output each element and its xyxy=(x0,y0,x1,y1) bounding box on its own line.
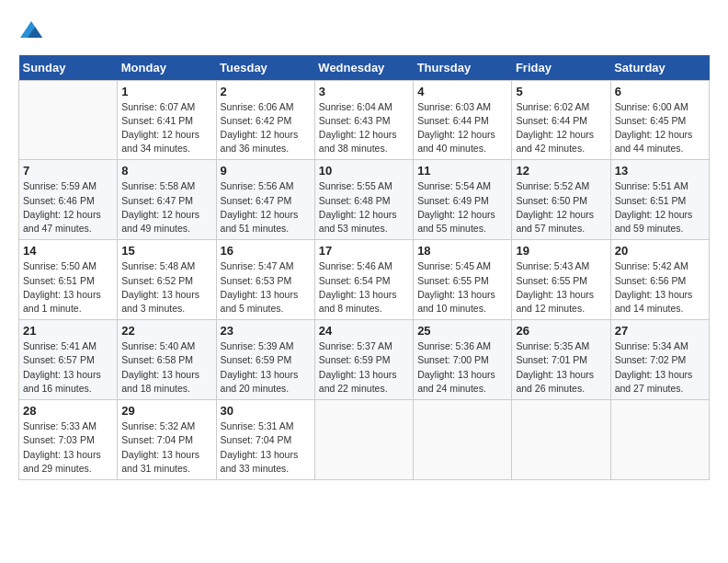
day-detail: Sunrise: 5:52 AM Sunset: 6:50 PM Dayligh… xyxy=(516,179,606,236)
calendar-cell: 2Sunrise: 6:06 AM Sunset: 6:42 PM Daylig… xyxy=(216,80,314,160)
calendar-cell: 10Sunrise: 5:55 AM Sunset: 6:48 PM Dayli… xyxy=(314,160,413,240)
day-number: 19 xyxy=(516,244,606,258)
day-number: 5 xyxy=(516,85,606,98)
logo-icon xyxy=(20,18,42,40)
day-number: 15 xyxy=(121,244,211,258)
calendar-cell: 23Sunrise: 5:39 AM Sunset: 6:59 PM Dayli… xyxy=(216,320,314,400)
day-number: 14 xyxy=(23,244,113,258)
day-detail: Sunrise: 5:43 AM Sunset: 6:55 PM Dayligh… xyxy=(516,259,606,316)
day-detail: Sunrise: 5:45 AM Sunset: 6:55 PM Dayligh… xyxy=(417,259,507,316)
day-detail: Sunrise: 5:34 AM Sunset: 7:02 PM Dayligh… xyxy=(615,339,705,396)
calendar-cell xyxy=(512,400,610,480)
calendar-cell: 17Sunrise: 5:46 AM Sunset: 6:54 PM Dayli… xyxy=(314,240,413,320)
logo xyxy=(18,18,42,46)
calendar-cell: 6Sunrise: 6:00 AM Sunset: 6:45 PM Daylig… xyxy=(610,80,709,160)
col-header-wednesday: Wednesday xyxy=(314,55,413,81)
col-header-tuesday: Tuesday xyxy=(216,55,314,81)
calendar-cell: 3Sunrise: 6:04 AM Sunset: 6:43 PM Daylig… xyxy=(314,80,413,160)
calendar-cell: 29Sunrise: 5:32 AM Sunset: 7:04 PM Dayli… xyxy=(118,400,216,480)
col-header-saturday: Saturday xyxy=(610,55,709,81)
day-detail: Sunrise: 6:06 AM Sunset: 6:42 PM Dayligh… xyxy=(221,100,311,156)
calendar-cell: 12Sunrise: 5:52 AM Sunset: 6:50 PM Dayli… xyxy=(512,160,610,240)
day-detail: Sunrise: 5:54 AM Sunset: 6:49 PM Dayligh… xyxy=(417,179,507,236)
day-number: 12 xyxy=(516,164,606,178)
day-number: 4 xyxy=(417,85,507,98)
calendar-cell: 27Sunrise: 5:34 AM Sunset: 7:02 PM Dayli… xyxy=(610,320,709,400)
day-detail: Sunrise: 6:07 AM Sunset: 6:41 PM Dayligh… xyxy=(121,100,211,156)
day-number: 26 xyxy=(516,324,606,338)
day-number: 8 xyxy=(121,164,211,178)
day-number: 18 xyxy=(417,244,507,258)
week-row-2: 7Sunrise: 5:59 AM Sunset: 6:46 PM Daylig… xyxy=(19,160,710,240)
calendar-cell: 9Sunrise: 5:56 AM Sunset: 6:47 PM Daylig… xyxy=(216,160,314,240)
day-number: 20 xyxy=(615,244,705,258)
day-number: 22 xyxy=(121,324,211,338)
col-header-thursday: Thursday xyxy=(414,55,512,81)
day-number: 16 xyxy=(221,244,311,258)
day-detail: Sunrise: 5:31 AM Sunset: 7:04 PM Dayligh… xyxy=(221,419,311,476)
calendar-cell xyxy=(414,400,512,480)
day-detail: Sunrise: 5:48 AM Sunset: 6:52 PM Dayligh… xyxy=(121,259,211,316)
day-detail: Sunrise: 5:51 AM Sunset: 6:51 PM Dayligh… xyxy=(615,179,705,236)
day-detail: Sunrise: 5:35 AM Sunset: 7:01 PM Dayligh… xyxy=(516,339,606,396)
col-header-monday: Monday xyxy=(118,55,216,81)
day-detail: Sunrise: 6:00 AM Sunset: 6:45 PM Dayligh… xyxy=(615,100,705,156)
calendar-cell: 1Sunrise: 6:07 AM Sunset: 6:41 PM Daylig… xyxy=(118,80,216,160)
day-detail: Sunrise: 6:02 AM Sunset: 6:44 PM Dayligh… xyxy=(516,100,606,156)
week-row-1: 1Sunrise: 6:07 AM Sunset: 6:41 PM Daylig… xyxy=(19,80,710,160)
day-number: 29 xyxy=(121,404,211,418)
day-detail: Sunrise: 5:55 AM Sunset: 6:48 PM Dayligh… xyxy=(319,179,409,236)
day-number: 28 xyxy=(23,404,113,418)
calendar-cell: 24Sunrise: 5:37 AM Sunset: 6:59 PM Dayli… xyxy=(314,320,413,400)
calendar-cell: 16Sunrise: 5:47 AM Sunset: 6:53 PM Dayli… xyxy=(216,240,314,320)
day-number: 25 xyxy=(417,324,507,338)
calendar-cell: 11Sunrise: 5:54 AM Sunset: 6:49 PM Dayli… xyxy=(414,160,512,240)
day-detail: Sunrise: 5:46 AM Sunset: 6:54 PM Dayligh… xyxy=(319,259,409,316)
day-detail: Sunrise: 5:59 AM Sunset: 6:46 PM Dayligh… xyxy=(23,179,113,236)
calendar-cell: 22Sunrise: 5:40 AM Sunset: 6:58 PM Dayli… xyxy=(118,320,216,400)
col-header-friday: Friday xyxy=(512,55,610,81)
calendar-cell: 28Sunrise: 5:33 AM Sunset: 7:03 PM Dayli… xyxy=(19,400,118,480)
day-detail: Sunrise: 5:37 AM Sunset: 6:59 PM Dayligh… xyxy=(319,339,409,396)
week-row-3: 14Sunrise: 5:50 AM Sunset: 6:51 PM Dayli… xyxy=(19,240,710,320)
day-detail: Sunrise: 5:42 AM Sunset: 6:56 PM Dayligh… xyxy=(615,259,705,316)
week-row-5: 28Sunrise: 5:33 AM Sunset: 7:03 PM Dayli… xyxy=(19,400,710,480)
day-detail: Sunrise: 6:04 AM Sunset: 6:43 PM Dayligh… xyxy=(319,100,409,156)
calendar-cell: 15Sunrise: 5:48 AM Sunset: 6:52 PM Dayli… xyxy=(118,240,216,320)
calendar-cell: 18Sunrise: 5:45 AM Sunset: 6:55 PM Dayli… xyxy=(414,240,512,320)
day-number: 1 xyxy=(121,85,211,98)
day-number: 9 xyxy=(221,164,311,178)
day-number: 7 xyxy=(23,164,113,178)
day-detail: Sunrise: 5:41 AM Sunset: 6:57 PM Dayligh… xyxy=(23,339,113,396)
col-header-sunday: Sunday xyxy=(19,55,118,81)
day-detail: Sunrise: 5:33 AM Sunset: 7:03 PM Dayligh… xyxy=(23,419,113,476)
day-detail: Sunrise: 5:47 AM Sunset: 6:53 PM Dayligh… xyxy=(221,259,311,316)
calendar-cell xyxy=(610,400,709,480)
calendar-cell: 19Sunrise: 5:43 AM Sunset: 6:55 PM Dayli… xyxy=(512,240,610,320)
day-number: 2 xyxy=(221,85,311,98)
day-detail: Sunrise: 5:50 AM Sunset: 6:51 PM Dayligh… xyxy=(23,259,113,316)
day-number: 10 xyxy=(319,164,409,178)
day-detail: Sunrise: 5:36 AM Sunset: 7:00 PM Dayligh… xyxy=(417,339,507,396)
day-number: 24 xyxy=(319,324,409,338)
calendar-cell: 26Sunrise: 5:35 AM Sunset: 7:01 PM Dayli… xyxy=(512,320,610,400)
calendar-cell xyxy=(19,80,118,160)
day-number: 23 xyxy=(221,324,311,338)
day-number: 11 xyxy=(417,164,507,178)
calendar-cell: 21Sunrise: 5:41 AM Sunset: 6:57 PM Dayli… xyxy=(19,320,118,400)
day-detail: Sunrise: 5:40 AM Sunset: 6:58 PM Dayligh… xyxy=(121,339,211,396)
calendar-cell: 25Sunrise: 5:36 AM Sunset: 7:00 PM Dayli… xyxy=(414,320,512,400)
day-detail: Sunrise: 5:56 AM Sunset: 6:47 PM Dayligh… xyxy=(221,179,311,236)
day-detail: Sunrise: 5:39 AM Sunset: 6:59 PM Dayligh… xyxy=(221,339,311,396)
calendar-cell: 20Sunrise: 5:42 AM Sunset: 6:56 PM Dayli… xyxy=(610,240,709,320)
logo-text xyxy=(18,18,42,46)
day-number: 17 xyxy=(319,244,409,258)
column-headers: SundayMondayTuesdayWednesdayThursdayFrid… xyxy=(19,55,710,81)
calendar-body: 1Sunrise: 6:07 AM Sunset: 6:41 PM Daylig… xyxy=(19,80,710,479)
calendar-cell: 14Sunrise: 5:50 AM Sunset: 6:51 PM Dayli… xyxy=(19,240,118,320)
header xyxy=(18,18,710,46)
calendar-cell xyxy=(314,400,413,480)
day-detail: Sunrise: 5:32 AM Sunset: 7:04 PM Dayligh… xyxy=(121,419,211,476)
calendar-cell: 4Sunrise: 6:03 AM Sunset: 6:44 PM Daylig… xyxy=(414,80,512,160)
week-row-4: 21Sunrise: 5:41 AM Sunset: 6:57 PM Dayli… xyxy=(19,320,710,400)
